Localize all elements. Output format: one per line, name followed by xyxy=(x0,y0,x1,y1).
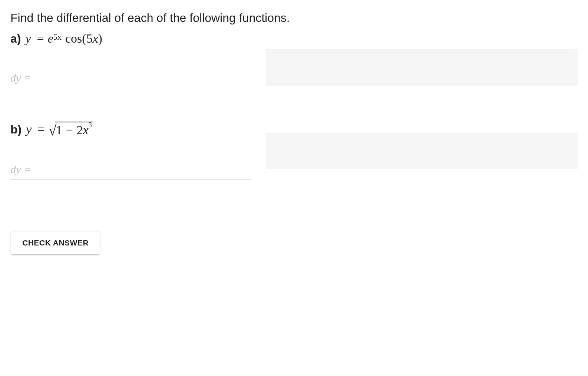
question-a-right xyxy=(266,32,578,86)
equation-a-math: y = e 5x cos ( 5x ) xyxy=(23,32,102,46)
equals-sign-b: = xyxy=(37,122,44,136)
equation-a: a) y = e 5x cos ( 5x ) xyxy=(10,32,255,46)
page-title: Find the differential of each of the fol… xyxy=(10,11,578,25)
feedback-box-a xyxy=(266,49,578,86)
question-a-row: a) y = e 5x cos ( 5x ) xyxy=(10,32,578,122)
sqrt-expression: √ 1 − 2x 3 xyxy=(48,122,93,137)
close-paren: ) xyxy=(98,32,102,46)
sqrt-exp-3: 3 xyxy=(89,121,92,129)
var-y: y xyxy=(25,32,31,46)
answer-input-b[interactable] xyxy=(10,159,251,180)
question-a-left: a) y = e 5x cos ( 5x ) xyxy=(10,32,266,122)
cos-arg-5: 5 xyxy=(86,32,92,46)
equation-b-math: y = √ 1 − 2x 3 xyxy=(24,122,93,137)
cos-arg-x: x xyxy=(92,32,98,46)
sqrt-symbol-icon: √ xyxy=(48,123,56,138)
base-e: e xyxy=(48,32,53,46)
sqrt-x: x xyxy=(83,123,89,137)
cos-function: cos xyxy=(65,32,82,46)
sqrt-two: 2 xyxy=(77,123,83,137)
question-b-left: b) y = √ 1 − 2x 3 xyxy=(10,122,266,213)
equation-b: b) y = √ 1 − 2x 3 xyxy=(10,122,255,137)
check-answer-button[interactable]: CHECK ANSWER xyxy=(11,232,100,254)
feedback-box-b xyxy=(266,133,578,169)
equals-sign: = xyxy=(37,32,44,46)
answer-input-a[interactable] xyxy=(10,68,251,88)
var-y-b: y xyxy=(26,122,32,136)
part-b-label: b) xyxy=(10,123,22,136)
sqrt-one: 1 xyxy=(56,123,62,137)
open-paren: ( xyxy=(82,32,86,46)
sqrt-content: 1 − 2x 3 xyxy=(55,122,93,137)
exponent-5x: 5x xyxy=(53,32,62,42)
sqrt-minus: − xyxy=(66,123,73,137)
question-b-right xyxy=(266,122,578,169)
question-b-row: b) y = √ 1 − 2x 3 xyxy=(10,122,578,213)
part-a-label: a) xyxy=(10,32,21,46)
